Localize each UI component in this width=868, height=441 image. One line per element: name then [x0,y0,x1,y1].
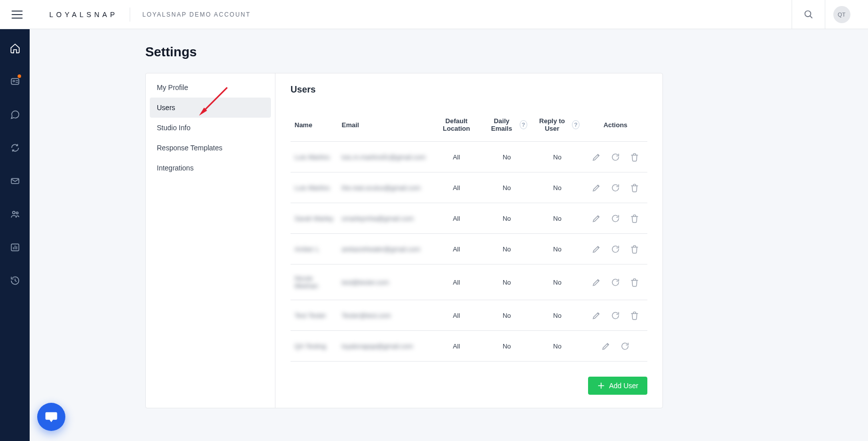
delete-icon[interactable] [629,152,639,162]
settings-menu-item[interactable]: Response Templates [150,138,271,158]
cell-reply-to-user: No [531,172,584,203]
table-row: Sarah Marleysmarleymha@gmail.comAllNoNo [291,203,647,234]
cell-daily-emails: No [483,172,531,203]
refresh-icon[interactable] [610,244,620,254]
refresh-icon[interactable] [610,183,620,193]
th-default-location: Default Location [430,110,482,142]
table-row: Nicole Meehantest@tester.comAllNoNo [291,264,647,300]
nav-sync[interactable] [6,139,24,157]
th-email: Email [338,110,431,142]
table-row: Test TesterTester@test.comAllNoNo [291,300,647,331]
cell-reply-to-user: No [531,331,584,362]
delete-icon[interactable] [629,277,639,287]
avatar-initials: QT [838,12,845,18]
cell-email: aretasrehealer@gmail.com [338,234,431,264]
search-icon [804,10,814,20]
cell-name: Luis Martins [291,142,338,172]
hamburger-menu-button[interactable] [10,8,24,22]
global-search-button[interactable] [792,0,825,29]
delete-icon[interactable] [629,213,639,223]
home-icon [10,43,21,54]
user-avatar[interactable]: QT [833,6,850,23]
cell-default-location: All [430,264,482,300]
nav-reports[interactable] [6,238,24,256]
nav-team[interactable] [6,205,24,223]
cell-default-location: All [430,300,482,331]
help-icon[interactable]: ? [572,120,580,129]
cell-actions [584,264,647,300]
delete-icon[interactable] [629,310,639,320]
table-row: Luis Martinsthe.real.oculus@gmail.comAll… [291,172,647,203]
plus-icon [597,382,605,390]
cell-name: Sarah Marley [291,203,338,234]
page-title: Settings [145,44,663,60]
content-area: Settings My ProfileUsersStudio InfoRespo… [30,29,868,441]
cell-reply-to-user: No [531,203,584,234]
cell-email: test@tester.com [338,264,431,300]
refresh-icon[interactable] [610,152,620,162]
refresh-icon[interactable] [610,310,620,320]
cell-actions [584,142,647,172]
svg-point-2 [13,80,14,82]
users-icon [10,209,20,219]
mail-icon [10,176,20,186]
edit-icon[interactable] [591,244,601,254]
refresh-icon[interactable] [620,341,630,351]
help-icon[interactable]: ? [520,120,527,129]
edit-icon[interactable] [591,310,601,320]
nav-history[interactable] [6,272,24,290]
panel-title: Users [291,84,647,95]
edit-icon[interactable] [591,183,601,193]
chat-fab[interactable] [37,403,65,431]
left-nav [0,29,30,441]
id-card-icon [10,76,20,86]
edit-icon[interactable] [591,152,601,162]
cell-actions [584,172,647,203]
nav-contacts[interactable] [6,72,24,91]
edit-icon[interactable] [591,277,601,287]
add-user-label: Add User [609,382,638,390]
chat-bubble-icon [44,410,58,424]
cell-daily-emails: No [483,234,531,264]
users-table: Name Email Default Location Daily Emails… [291,110,647,362]
cell-daily-emails: No [483,331,531,362]
settings-menu: My ProfileUsersStudio InfoResponse Templ… [146,73,275,408]
settings-menu-item[interactable]: Studio Info [150,118,271,138]
cell-default-location: All [430,331,482,362]
nav-messages[interactable] [6,106,24,124]
cell-daily-emails: No [483,264,531,300]
cell-daily-emails: No [483,142,531,172]
settings-menu-item[interactable]: Users [150,98,271,118]
delete-icon[interactable] [629,183,639,193]
edit-icon[interactable] [591,213,601,223]
cell-email: loyalsnapqa@gmail.com [338,331,431,362]
cell-daily-emails: No [483,203,531,234]
cell-actions [584,300,647,331]
account-name: LOYALSNAP DEMO ACCOUNT [142,11,251,18]
cell-name: Amber L [291,234,338,264]
bar-chart-icon [10,242,20,252]
settings-card: My ProfileUsersStudio InfoResponse Templ… [145,73,663,408]
brand-logo: LOYALSNAP [49,11,118,19]
table-row: QA Testingloyalsnapqa@gmail.comAllNoNo [291,331,647,362]
cell-daily-emails: No [483,300,531,331]
avatar-wrap: QT [825,0,858,29]
refresh-icon[interactable] [610,213,620,223]
cell-name: Luis Martins [291,172,338,203]
cell-reply-to-user: No [531,234,584,264]
edit-icon[interactable] [601,341,611,351]
svg-rect-1 [11,78,19,84]
nav-inbox[interactable] [6,172,24,190]
nav-home[interactable] [6,39,24,57]
cell-actions [584,331,647,362]
th-daily-emails: Daily Emails? [483,110,531,142]
cell-name: Test Tester [291,300,338,331]
refresh-icon[interactable] [610,277,620,287]
hamburger-icon [12,10,23,19]
add-user-button[interactable]: Add User [588,377,647,395]
delete-icon[interactable] [629,244,639,254]
cell-email: luis.m.martins91@gmail.com [338,142,431,172]
settings-menu-item[interactable]: Integrations [150,158,271,178]
settings-menu-item[interactable]: My Profile [150,77,271,98]
th-actions: Actions [584,110,647,142]
